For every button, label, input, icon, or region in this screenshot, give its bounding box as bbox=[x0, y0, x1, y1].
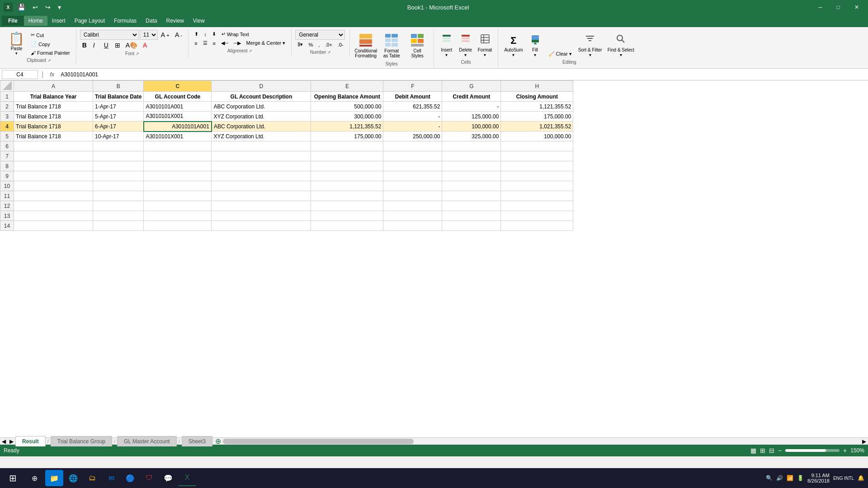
align-right-button[interactable]: ≡ bbox=[211, 39, 218, 47]
cell-A10[interactable] bbox=[14, 181, 93, 191]
cell-E4[interactable]: 1,121,355.52 bbox=[311, 122, 383, 131]
cell-D10[interactable] bbox=[212, 181, 311, 191]
cell-styles-button[interactable]: Cell Styles bbox=[405, 30, 430, 61]
cell-H12[interactable] bbox=[501, 201, 573, 211]
decrease-font-button[interactable]: A- bbox=[173, 30, 184, 40]
cell-E9[interactable] bbox=[311, 171, 383, 181]
search-button[interactable]: ⊕ bbox=[25, 470, 43, 486]
row-num-14[interactable]: 14 bbox=[0, 221, 14, 231]
add-sheet-button[interactable]: ⊕ bbox=[213, 436, 223, 446]
number-format-select[interactable]: General bbox=[295, 30, 345, 40]
normal-view-button[interactable]: ▦ bbox=[750, 447, 756, 454]
cell-H13[interactable] bbox=[501, 211, 573, 221]
italic-button[interactable]: I bbox=[91, 40, 101, 50]
header-cell-G[interactable]: Credit Amount bbox=[442, 92, 501, 102]
page-layout-view-button[interactable]: ⊞ bbox=[760, 447, 765, 454]
taskbar-chrome[interactable]: 🔵 bbox=[121, 470, 139, 486]
zoom-bar[interactable] bbox=[785, 449, 840, 452]
cell-C10[interactable] bbox=[144, 181, 212, 191]
underline-button[interactable]: U bbox=[102, 40, 112, 50]
cell-F8[interactable] bbox=[383, 161, 442, 171]
cell-C6[interactable] bbox=[144, 141, 212, 151]
cell-A11[interactable] bbox=[14, 191, 93, 201]
cell-F14[interactable] bbox=[383, 221, 442, 231]
cell-B14[interactable] bbox=[93, 221, 144, 231]
cell-B5[interactable]: 10-Apr-17 bbox=[93, 131, 144, 141]
taskbar-excel[interactable]: X bbox=[178, 470, 196, 486]
percent-button[interactable]: % bbox=[306, 41, 315, 49]
cell-E14[interactable] bbox=[311, 221, 383, 231]
cell-C13[interactable] bbox=[144, 211, 212, 221]
row-num-13[interactable]: 13 bbox=[0, 211, 14, 221]
cell-H7[interactable] bbox=[501, 151, 573, 161]
cell-D4[interactable]: ABC Corporation Ltd. bbox=[212, 122, 311, 131]
align-left-button[interactable]: ≡ bbox=[192, 39, 199, 47]
row-num-4[interactable]: 4 bbox=[0, 122, 14, 131]
cell-B4[interactable]: 6-Apr-17 bbox=[93, 122, 144, 131]
cell-B12[interactable] bbox=[93, 201, 144, 211]
cell-H2[interactable]: 1,121,355.52 bbox=[501, 102, 573, 112]
cell-H6[interactable] bbox=[501, 141, 573, 151]
cell-A2[interactable]: Trial Balance 1718 bbox=[14, 102, 93, 112]
zoom-out-button[interactable]: − bbox=[778, 447, 782, 454]
cell-F9[interactable] bbox=[383, 171, 442, 181]
clear-button[interactable]: 🧹 Clear ▾ bbox=[545, 49, 575, 59]
col-header-E[interactable]: E bbox=[311, 81, 383, 92]
increase-font-button[interactable]: A+ bbox=[159, 30, 172, 40]
row-num-8[interactable]: 8 bbox=[0, 161, 14, 171]
find-select-button[interactable]: Find & Select ▾ bbox=[605, 30, 637, 59]
cell-H3[interactable]: 175,000.00 bbox=[501, 112, 573, 122]
font-size-select[interactable]: 11 bbox=[140, 30, 158, 40]
cell-H9[interactable] bbox=[501, 171, 573, 181]
cell-B7[interactable] bbox=[93, 151, 144, 161]
cell-A8[interactable] bbox=[14, 161, 93, 171]
borders-button[interactable]: ⊞ bbox=[113, 40, 123, 50]
cell-F13[interactable] bbox=[383, 211, 442, 221]
tab-gl-master-account[interactable]: GL Master Account bbox=[117, 436, 177, 446]
menu-view[interactable]: View bbox=[189, 16, 209, 26]
cell-F7[interactable] bbox=[383, 151, 442, 161]
taskbar-file-manager[interactable]: 🗂 bbox=[83, 470, 101, 486]
cell-D12[interactable] bbox=[212, 201, 311, 211]
cell-A13[interactable] bbox=[14, 211, 93, 221]
autosum-button[interactable]: Σ AutoSum ▾ bbox=[502, 30, 525, 59]
formula-input[interactable] bbox=[59, 70, 866, 79]
cell-A12[interactable] bbox=[14, 201, 93, 211]
decrease-decimal-button[interactable]: .0- bbox=[335, 41, 346, 49]
tab-sheet3[interactable]: Sheet3 bbox=[182, 436, 212, 446]
cell-E2[interactable]: 500,000.00 bbox=[311, 102, 383, 112]
cell-B6[interactable] bbox=[93, 141, 144, 151]
undo-button[interactable]: ↩ bbox=[30, 3, 40, 12]
cell-B10[interactable] bbox=[93, 181, 144, 191]
cell-E10[interactable] bbox=[311, 181, 383, 191]
cell-F3[interactable]: - bbox=[383, 112, 442, 122]
cell-F12[interactable] bbox=[383, 201, 442, 211]
cell-F4[interactable]: - bbox=[383, 122, 442, 131]
cell-F10[interactable] bbox=[383, 181, 442, 191]
minimize-button[interactable]: ─ bbox=[813, 0, 828, 14]
cell-C12[interactable] bbox=[144, 201, 212, 211]
cell-E12[interactable] bbox=[311, 201, 383, 211]
col-header-H[interactable]: H bbox=[501, 81, 573, 92]
cell-C2[interactable]: A3010101A001 bbox=[144, 102, 212, 112]
row-num-6[interactable]: 6 bbox=[0, 141, 14, 151]
scroll-left-button[interactable]: ◀ bbox=[0, 437, 8, 446]
format-painter-button[interactable]: 🖌 Format Painter bbox=[28, 49, 72, 57]
col-header-C[interactable]: C bbox=[144, 81, 212, 92]
row-num-1[interactable]: 1 bbox=[0, 92, 14, 102]
menu-insert[interactable]: Insert bbox=[47, 16, 70, 26]
taskbar-explorer[interactable]: 📁 bbox=[45, 470, 63, 486]
cell-C3[interactable]: A3010101X001 bbox=[144, 112, 212, 122]
comma-button[interactable]: , bbox=[316, 41, 322, 49]
cell-G5[interactable]: 325,000.00 bbox=[442, 131, 501, 141]
cell-G10[interactable] bbox=[442, 181, 501, 191]
row-num-10[interactable]: 10 bbox=[0, 181, 14, 191]
menu-formulas[interactable]: Formulas bbox=[109, 16, 141, 26]
menu-file[interactable]: File bbox=[2, 16, 24, 26]
col-header-D[interactable]: D bbox=[212, 81, 311, 92]
row-num-3[interactable]: 3 bbox=[0, 112, 14, 122]
cell-H8[interactable] bbox=[501, 161, 573, 171]
row-num-11[interactable]: 11 bbox=[0, 191, 14, 201]
row-num-5[interactable]: 5 bbox=[0, 131, 14, 141]
cell-B8[interactable] bbox=[93, 161, 144, 171]
